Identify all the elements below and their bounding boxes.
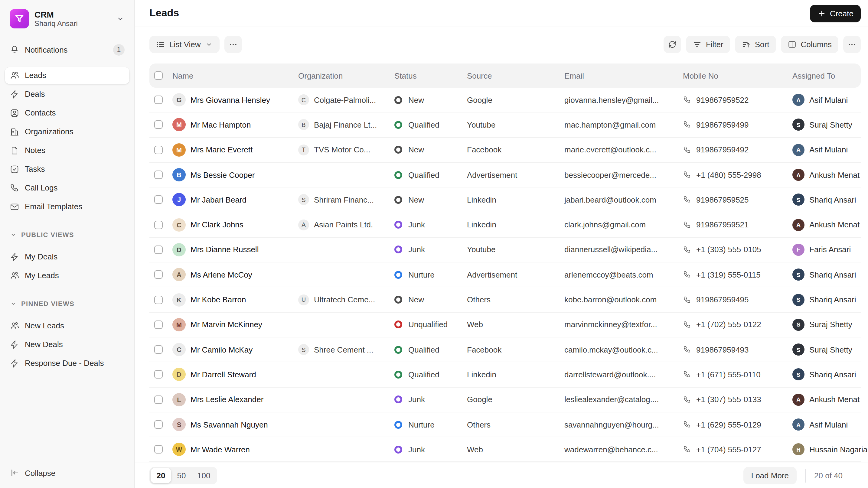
column-header-mobile[interactable]: Mobile No bbox=[683, 71, 793, 80]
mobile-value: 919867959495 bbox=[696, 295, 749, 304]
table-row[interactable]: C Mr Camilo McKay S Shree Cement ... Qua… bbox=[149, 337, 861, 362]
sidebar-item-contacts[interactable]: Contacts bbox=[5, 104, 129, 122]
pinned-views-header[interactable]: PINNED VIEWS bbox=[5, 296, 129, 311]
assigned-name: Shariq Ansari bbox=[809, 295, 856, 304]
sidebar-item-organizations[interactable]: Organizations bbox=[5, 123, 129, 140]
deals-icon bbox=[10, 252, 19, 262]
row-checkbox[interactable] bbox=[154, 196, 163, 204]
row-checkbox[interactable] bbox=[154, 170, 163, 179]
source-label: Facebook bbox=[467, 345, 501, 354]
column-header-organization[interactable]: Organization bbox=[298, 71, 394, 80]
assigned-name: Suraj Shetty bbox=[809, 120, 852, 129]
create-button[interactable]: Create bbox=[810, 4, 861, 22]
refresh-button[interactable] bbox=[663, 35, 681, 53]
table-row[interactable]: W Mr Wade Warren Junk Web wadewarren@beh… bbox=[149, 437, 861, 462]
select-all-checkbox[interactable] bbox=[154, 71, 163, 80]
mobile-value: +1 (704) 555-0127 bbox=[696, 445, 761, 454]
table-row[interactable]: S Ms Savannah Nguyen Nurture Others sava… bbox=[149, 413, 861, 437]
view-options-button[interactable] bbox=[224, 35, 242, 53]
row-checkbox[interactable] bbox=[154, 246, 163, 254]
row-checkbox[interactable] bbox=[154, 370, 163, 379]
row-checkbox[interactable] bbox=[154, 220, 163, 229]
page-size-20[interactable]: 20 bbox=[151, 468, 171, 483]
table-row[interactable]: D Mr Darrell Steward Qualified Linkedin … bbox=[149, 362, 861, 388]
table-row[interactable]: A Ms Arlene McCoy Nurture Advertisement … bbox=[149, 262, 861, 288]
sidebar-item-leads[interactable]: Leads bbox=[5, 67, 129, 84]
sort-button[interactable]: Sort bbox=[735, 35, 776, 53]
status-indicator-icon bbox=[394, 395, 402, 403]
table-row[interactable]: K Mr Kobe Barron U Ultratech Ceme... New… bbox=[149, 288, 861, 313]
column-header-assigned[interactable]: Assigned To bbox=[793, 71, 861, 80]
table-row[interactable]: M Mrs Marie Everett T TVS Motor Co... Ne… bbox=[149, 137, 861, 163]
page-size-100[interactable]: 100 bbox=[192, 468, 216, 483]
sidebar-item-new-leads[interactable]: New Leads bbox=[5, 317, 129, 334]
lead-name: Mr Marvin McKinney bbox=[190, 320, 262, 329]
table-row[interactable]: B Ms Bessie Cooper Qualified Advertiseme… bbox=[149, 163, 861, 188]
email-value: arlenemccoy@beats.com bbox=[564, 270, 653, 279]
sidebar-item-my-leads[interactable]: My Leads bbox=[5, 267, 129, 284]
view-switcher-button[interactable]: List View bbox=[149, 35, 220, 53]
table-footer: 20 50 100 Load More 20 of 40 bbox=[135, 463, 868, 488]
sidebar-item-my-deals[interactable]: My Deals bbox=[5, 248, 129, 265]
sidebar-item-notifications[interactable]: Notifications 1 bbox=[5, 41, 129, 58]
email-value: bessiecooper@mercede... bbox=[564, 170, 656, 179]
filter-button[interactable]: Filter bbox=[686, 35, 730, 53]
row-checkbox[interactable] bbox=[154, 145, 163, 154]
row-checkbox[interactable] bbox=[154, 96, 163, 104]
sidebar-item-tasks[interactable]: Tasks bbox=[5, 161, 129, 178]
page-size-50[interactable]: 50 bbox=[171, 468, 192, 483]
collapse-sidebar-button[interactable]: Collapse bbox=[5, 464, 129, 482]
source-label: Others bbox=[467, 420, 491, 429]
lead-name: Ms Savannah Nguyen bbox=[190, 420, 268, 429]
lead-name: Ms Arlene McCoy bbox=[190, 270, 252, 279]
column-header-name[interactable]: Name bbox=[173, 71, 298, 80]
table-row[interactable]: M Mr Mac Hampton B Bajaj Finance Lt... Q… bbox=[149, 113, 861, 138]
sidebar-item-response-due-deals[interactable]: Response Due - Deals bbox=[5, 355, 129, 372]
row-checkbox[interactable] bbox=[154, 420, 163, 429]
email-value: wadewarren@behance.c... bbox=[564, 445, 658, 454]
phone-icon bbox=[683, 295, 691, 304]
deals-icon bbox=[10, 90, 19, 99]
filter-icon bbox=[692, 40, 702, 49]
table-row[interactable]: G Mrs Giovanna Hensley C Colgate-Palmoli… bbox=[149, 88, 861, 113]
status-indicator-icon bbox=[394, 121, 402, 129]
assigned-avatar: A bbox=[793, 94, 805, 106]
organization-name: Bajaj Finance Lt... bbox=[314, 120, 377, 129]
sidebar-item-new-deals[interactable]: New Deals bbox=[5, 336, 129, 353]
table-row[interactable]: D Mrs Dianne Russell Junk Youtube dianne… bbox=[149, 238, 861, 263]
row-checkbox[interactable] bbox=[154, 445, 163, 454]
column-header-email[interactable]: Email bbox=[564, 71, 683, 80]
row-checkbox[interactable] bbox=[154, 121, 163, 129]
sidebar-item-email-templates[interactable]: Email Templates bbox=[5, 198, 129, 215]
row-checkbox[interactable] bbox=[154, 321, 163, 329]
status-label: Junk bbox=[408, 445, 425, 454]
column-header-source[interactable]: Source bbox=[467, 71, 564, 80]
load-more-button[interactable]: Load More bbox=[743, 467, 797, 484]
row-checkbox[interactable] bbox=[154, 395, 163, 404]
account-switcher[interactable]: CRM Shariq Ansari bbox=[5, 6, 129, 30]
table-row[interactable]: L Mrs Leslie Alexander Junk Google lesli… bbox=[149, 387, 861, 413]
bell-icon bbox=[10, 45, 19, 55]
mobile-value: 919867959522 bbox=[696, 95, 749, 104]
toolbar-right: Filter Sort Columns bbox=[663, 35, 861, 53]
public-views-header[interactable]: PUBLIC VIEWS bbox=[5, 227, 129, 242]
table-row[interactable]: M Mr Marvin McKinney Unqualified Web mar… bbox=[149, 312, 861, 337]
sidebar-item-deals[interactable]: Deals bbox=[5, 86, 129, 103]
status-label: Unqualified bbox=[408, 320, 447, 329]
row-checkbox[interactable] bbox=[154, 345, 163, 354]
status-indicator-icon bbox=[394, 371, 402, 379]
more-options-button[interactable] bbox=[843, 35, 861, 53]
sidebar-item-notes[interactable]: Notes bbox=[5, 142, 129, 159]
table-row[interactable]: C Mr Clark Johns A Asian Paints Ltd. Jun… bbox=[149, 213, 861, 238]
column-header-status[interactable]: Status bbox=[394, 71, 467, 80]
phone-icon bbox=[683, 395, 691, 404]
table-row[interactable]: J Mr Jabari Beard S Shriram Financ... Ne… bbox=[149, 188, 861, 213]
ellipsis-icon bbox=[847, 40, 857, 49]
columns-label: Columns bbox=[801, 40, 832, 49]
sidebar-item-call-logs[interactable]: Call Logs bbox=[5, 179, 129, 197]
email-value: camilo.mckay@outlook.c... bbox=[564, 345, 658, 354]
row-checkbox[interactable] bbox=[154, 270, 163, 279]
columns-button[interactable]: Columns bbox=[781, 35, 838, 53]
email-value: diannerussell@wikipedia... bbox=[564, 245, 657, 254]
row-checkbox[interactable] bbox=[154, 295, 163, 304]
